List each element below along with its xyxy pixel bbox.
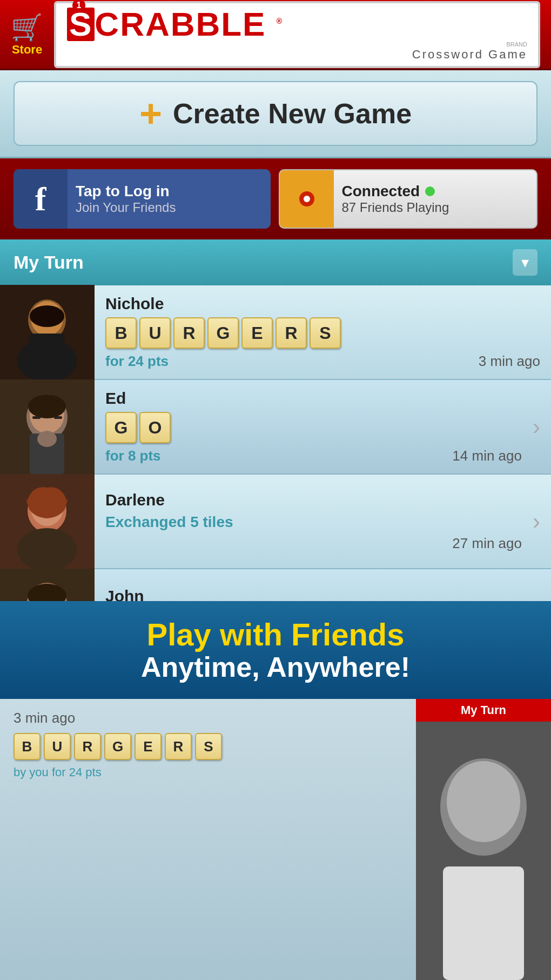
tile-B: B <box>105 317 137 349</box>
game-info-nichole: for 24 pts 3 min ago <box>105 353 540 370</box>
connected-text: Connected 87 Friends Playing <box>334 183 537 215</box>
target-icon <box>292 184 322 214</box>
chevron-down-icon: ▾ <box>513 249 537 276</box>
game-item-ed[interactable]: Ed G O for 8 pts 14 min ago › <box>0 380 551 475</box>
tap-to-login-text: Tap to Log in <box>76 183 176 200</box>
my-turn-header[interactable]: My Turn ▾ <box>0 239 551 285</box>
pts-nichole: for 24 pts <box>105 353 169 370</box>
svg-rect-12 <box>32 416 41 419</box>
svg-rect-27 <box>443 866 524 980</box>
friends-playing-count: 87 Friends Playing <box>342 200 529 215</box>
store-label: Store <box>12 43 42 57</box>
create-game-button[interactable]: + Create New Game <box>14 81 537 146</box>
player-name-darlene: Darlene <box>105 491 522 509</box>
svg-rect-13 <box>54 416 62 419</box>
create-game-section: + Create New Game <box>0 70 551 158</box>
logo-s: S <box>67 8 95 41</box>
bottom-tile-R2: R <box>165 733 192 760</box>
tile-O: O <box>139 412 171 443</box>
pts-ed: for 8 pts <box>105 448 161 464</box>
fb-letter: f <box>35 180 46 218</box>
bottom-tile-G: G <box>104 733 131 760</box>
avatar-image-ed <box>0 379 95 474</box>
social-section: f Tap to Log in Join Your Friends Connec… <box>0 158 551 239</box>
join-friends-text: Join Your Friends <box>76 200 176 215</box>
my-turn-tab: My Turn <box>416 699 551 722</box>
avatar-nichole <box>0 285 95 379</box>
avatar-image-darlene <box>0 474 95 569</box>
facebook-text: Tap to Log in Join Your Friends <box>68 183 184 215</box>
tile-G: G <box>207 317 239 349</box>
target-inner <box>299 191 314 206</box>
logo-title: SCRABBLE ® <box>67 8 527 41</box>
chevron-right-icon-ed: › <box>533 414 540 440</box>
svg-point-3 <box>30 305 64 327</box>
promo-subheadline: Anytime, Anywhere! <box>22 652 529 683</box>
time-darlene: 27 min ago <box>452 535 522 552</box>
bottom-section: 3 min ago B U R G E R S by you for 24 pt… <box>0 699 551 980</box>
logo-subtitle: Crossword Game <box>67 48 527 62</box>
tile-U: U <box>139 317 171 349</box>
avatar-image-nichole <box>0 285 95 379</box>
game-content-darlene: Darlene Exchanged 5 tiles 27 min ago <box>95 483 533 560</box>
action-darlene: Exchanged 5 tiles <box>105 514 522 531</box>
logo-rest: CRABBLE <box>95 5 266 43</box>
facebook-icon: f <box>14 169 68 229</box>
notification-badge: 1 <box>72 0 85 12</box>
svg-point-11 <box>37 431 57 447</box>
word-tiles-ed: G O <box>105 412 522 443</box>
bottom-by-text: by you for 24 pts <box>14 765 402 779</box>
store-button[interactable]: 🛒 Store <box>11 12 43 57</box>
connected-label: Connected <box>342 183 420 200</box>
game-content-ed: Ed G O for 8 pts 14 min ago <box>95 381 533 472</box>
plus-icon: + <box>139 94 162 133</box>
bottom-tile-B: B <box>14 733 41 760</box>
tile-G: G <box>105 412 137 443</box>
time-nichole: 3 min ago <box>479 353 540 370</box>
tile-E: E <box>241 317 273 349</box>
bottom-tile-U: U <box>44 733 71 760</box>
connected-icon-box <box>280 170 334 228</box>
header: 🛒 Store 1 SCRABBLE ® BRAND Crossword Gam… <box>0 0 551 70</box>
game-item-darlene[interactable]: Darlene Exchanged 5 tiles 27 min ago › <box>0 475 551 569</box>
tile-R: R <box>173 317 205 349</box>
game-content-nichole: Nichole B U R G E R S for 24 pts 3 min a… <box>95 286 551 378</box>
chevron-right-icon-darlene: › <box>533 509 540 535</box>
bottom-avatar-image <box>416 699 551 980</box>
bottom-game-preview[interactable]: 3 min ago B U R G E R S by you for 24 pt… <box>0 699 416 980</box>
avatar-darlene <box>0 474 95 569</box>
online-indicator <box>425 186 435 196</box>
word-tiles-nichole: B U R G E R S <box>105 317 540 349</box>
svg-rect-5 <box>30 334 64 361</box>
game-item-nichole[interactable]: Nichole B U R G E R S for 24 pts 3 min a… <box>0 285 551 380</box>
bottom-tile-S: S <box>195 733 222 760</box>
bottom-tile-R: R <box>74 733 101 760</box>
my-turn-label: My Turn <box>14 252 84 273</box>
avatar-ed <box>0 379 95 474</box>
bottom-time: 3 min ago <box>14 710 402 726</box>
bottom-avatar: My Turn <box>416 699 551 980</box>
connected-status: Connected <box>342 183 529 200</box>
promo-headline: Play with Friends <box>22 617 529 652</box>
game-info-darlene: 27 min ago <box>105 535 522 552</box>
game-info-ed: for 8 pts 14 min ago <box>105 448 522 464</box>
logo-brand-mark: ® <box>277 17 283 25</box>
create-game-label: Create New Game <box>173 97 412 130</box>
facebook-login-button[interactable]: f Tap to Log in Join Your Friends <box>14 169 271 229</box>
player-name-nichole: Nichole <box>105 295 540 313</box>
bottom-tile-E: E <box>135 733 162 760</box>
target-dot <box>304 196 310 202</box>
svg-point-9 <box>28 395 66 418</box>
time-ed: 14 min ago <box>452 448 522 464</box>
bottom-word-tiles: B U R G E R S <box>14 733 402 760</box>
player-name-ed: Ed <box>105 389 522 408</box>
connected-button[interactable]: Connected 87 Friends Playing <box>279 169 538 229</box>
promo-banner: Play with Friends Anytime, Anywhere! <box>0 601 551 699</box>
app-logo: 1 SCRABBLE ® BRAND Crossword Game <box>54 1 540 68</box>
cart-icon: 🛒 <box>11 12 43 43</box>
tile-R2: R <box>276 317 307 349</box>
svg-point-26 <box>447 761 520 842</box>
tile-S: S <box>310 317 341 349</box>
